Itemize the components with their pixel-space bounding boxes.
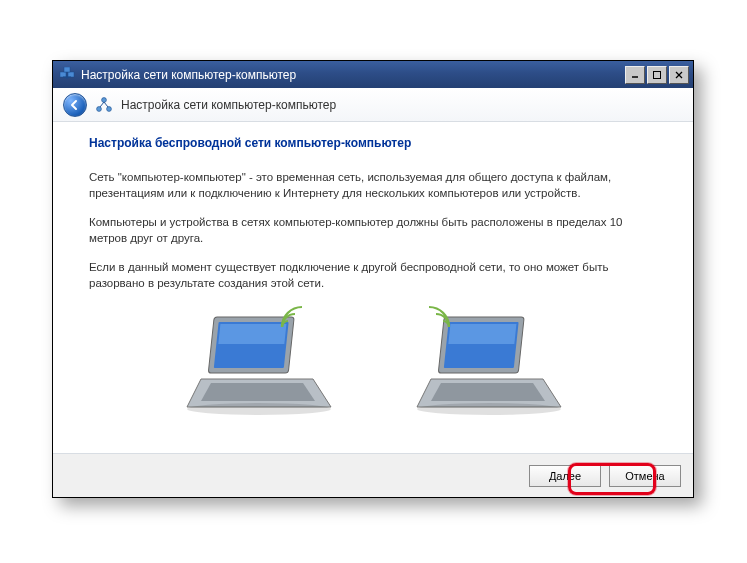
minimize-button[interactable]: [625, 66, 645, 84]
content-para-2: Компьютеры и устройства в сетях компьюте…: [89, 215, 657, 246]
content-para-3: Если в данный момент существует подключе…: [89, 260, 657, 291]
wifi-wave-icon: [425, 303, 453, 334]
svg-line-12: [100, 102, 104, 107]
content-para-1: Сеть "компьютер-компьютер" - это временн…: [89, 170, 657, 201]
header-band: Настройка сети компьютер-компьютер: [53, 88, 693, 122]
svg-rect-16: [218, 324, 286, 344]
header-title: Настройка сети компьютер-компьютер: [121, 98, 336, 112]
content-area: Настройка беспроводной сети компьютер-ко…: [53, 122, 693, 453]
laptop-left-icon: [183, 309, 333, 419]
next-button[interactable]: Далее: [529, 465, 601, 487]
svg-marker-24: [431, 383, 545, 401]
svg-rect-1: [68, 72, 74, 77]
svg-rect-6: [654, 71, 661, 78]
content-heading: Настройка беспроводной сети компьютер-ко…: [89, 136, 657, 150]
svg-point-10: [107, 106, 112, 111]
illustration: [89, 309, 657, 419]
window-title: Настройка сети компьютер-компьютер: [81, 68, 623, 82]
svg-marker-18: [201, 383, 315, 401]
cancel-button[interactable]: Отмена: [609, 465, 681, 487]
maximize-button[interactable]: [647, 66, 667, 84]
svg-point-11: [102, 97, 107, 102]
svg-point-9: [97, 106, 102, 111]
back-button[interactable]: [63, 93, 87, 117]
svg-rect-0: [60, 72, 66, 77]
network-icon: [95, 96, 113, 114]
wifi-wave-icon: [278, 303, 306, 334]
app-icon: [59, 67, 75, 83]
footer: Далее Отмена: [53, 453, 693, 497]
svg-rect-2: [64, 67, 70, 72]
close-button[interactable]: [669, 66, 689, 84]
wizard-window: Настройка сети компьютер-компьютер: [52, 60, 694, 498]
svg-line-13: [104, 102, 108, 107]
svg-point-25: [417, 403, 561, 415]
svg-rect-22: [448, 324, 516, 344]
laptop-right-icon: [413, 309, 563, 419]
svg-point-19: [187, 403, 331, 415]
titlebar: Настройка сети компьютер-компьютер: [53, 61, 693, 88]
